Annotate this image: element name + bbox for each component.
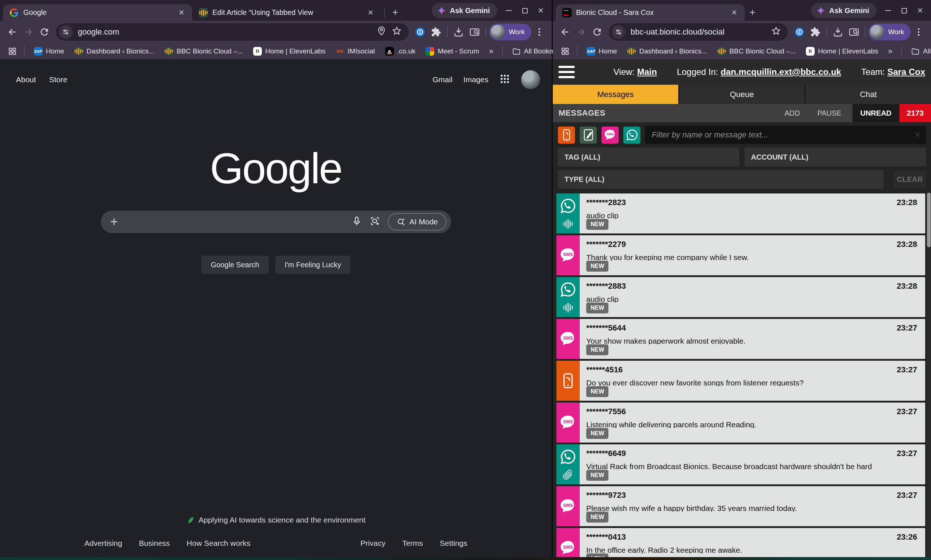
reading-mode-icon[interactable] [466,24,483,40]
unread-filter-button[interactable]: UNREAD [853,104,900,122]
tagline[interactable]: Applying AI towards science and the envi… [0,515,552,525]
hamburger-menu-icon[interactable] [559,66,575,78]
download-icon[interactable] [451,24,466,40]
bookmark-item[interactable]: IIHome | ElevenLabs [802,45,882,58]
maximize-icon[interactable] [896,3,912,18]
bookmark-item[interactable]: BBC Bionic Cloud –... [714,45,800,58]
mic-icon[interactable] [351,215,362,228]
bookmark-item[interactable]: Dashboard ‹ Bionics... [623,45,711,58]
feeling-lucky-button[interactable]: I'm Feeling Lucky [275,255,351,274]
message-row[interactable]: SMS*******972323:27Please wish my wife a… [556,486,925,526]
scrollbar[interactable] [926,192,931,557]
nav-store-link[interactable]: Store [49,75,67,84]
account-dropdown[interactable]: ACCOUNT (ALL) [745,148,926,166]
address-bar[interactable]: google.com [56,23,408,41]
compose-channel-filter-button[interactable] [580,126,597,144]
tab-groups-grid-icon[interactable] [6,45,19,58]
refresh-icon[interactable] [36,24,52,40]
search-bar[interactable]: + AI Mode [101,211,451,233]
bookmark-item[interactable]: imiIMIsocial [332,45,379,58]
add-button[interactable]: ADD [776,109,808,117]
phone-channel-filter-button[interactable] [558,126,575,144]
refresh-icon[interactable] [589,24,605,40]
profile-button[interactable]: Work [868,24,911,40]
account-avatar[interactable] [521,70,540,89]
bookmark-item[interactable]: SAPHome [583,45,621,58]
all-bookmarks-button[interactable]: All Bookmarks [907,45,931,58]
lens-icon[interactable] [369,215,380,228]
tag-dropdown[interactable]: TAG (ALL) [558,148,739,166]
message-row[interactable]: *******664923:27Virtual Rack from Broadc… [556,445,925,485]
extensions-puzzle-icon[interactable] [807,24,823,40]
onepassword-icon[interactable] [791,24,807,40]
whatsapp-channel-filter-button[interactable] [623,126,640,144]
team-selector[interactable]: Team: Sara Cox [861,67,925,77]
type-dropdown[interactable]: TYPE (ALL) [558,170,884,189]
apps-grid-icon[interactable] [499,74,510,86]
bookmark-star-icon[interactable] [392,26,402,38]
clear-filters-button[interactable]: CLEAR [894,171,926,188]
back-icon[interactable] [5,24,20,40]
message-filter-input[interactable] [645,126,926,144]
close-tab-icon[interactable]: ✕ [365,7,376,18]
message-row[interactable]: SMS*******755623:27Listening while deliv… [556,403,925,443]
bookmark-star-icon[interactable] [771,26,781,38]
ai-mode-button[interactable]: AI Mode [388,213,446,231]
clear-filter-icon[interactable]: ✕ [914,130,921,140]
tab-groups-grid-icon[interactable] [559,45,572,58]
logged-in-user[interactable]: Logged In: dan.mcquillin.ext@bbc.co.uk [677,67,841,77]
url-text[interactable]: google.com [78,27,371,37]
extensions-puzzle-icon[interactable] [428,24,444,40]
footer-link[interactable]: Terms [402,539,423,548]
google-search-button[interactable]: Google Search [201,255,268,274]
address-bar[interactable]: bbc-uat.bionic.cloud/social [609,23,788,41]
footer-link[interactable]: Privacy [360,539,385,548]
ask-gemini-button[interactable]: Ask Gemini [811,3,876,18]
message-row[interactable]: SMS*******564423:27Your show makes paper… [556,319,925,359]
bookmark-item[interactable]: BBC Bionic Cloud –... [161,45,247,58]
search-input[interactable] [125,211,344,233]
forward-icon[interactable] [573,24,589,40]
back-icon[interactable] [557,24,573,40]
nav-about-link[interactable]: About [16,75,36,84]
new-tab-button[interactable]: + [388,5,403,20]
bookmark-item[interactable]: Meet - Scrum [422,45,483,58]
tab-bionic-cloud[interactable]: Bionic Cloud - Sara Cox ✕ [556,5,745,21]
kebab-menu-icon[interactable] [911,24,926,40]
download-icon[interactable] [830,24,846,40]
bookmark-item[interactable]: Dashboard ‹ Bionics... [71,45,159,58]
footer-link[interactable]: Advertising [85,539,122,548]
app-tab-queue[interactable]: Queue [679,85,805,104]
close-tab-icon[interactable]: ✕ [729,7,740,18]
nav-images-link[interactable]: Images [463,75,488,84]
onepassword-icon[interactable] [412,24,428,40]
scrollbar-thumb[interactable] [927,193,931,247]
close-icon[interactable]: ✕ [533,3,549,18]
message-row[interactable]: *******288323:28audio clipNEW [556,277,925,317]
new-tab-button[interactable]: + [745,5,760,20]
bookmark-item[interactable]: a.co.uk [381,45,420,58]
view-selector[interactable]: View: Main [614,67,657,77]
site-settings-icon[interactable] [59,25,73,39]
reading-mode-icon[interactable] [846,24,862,40]
close-tab-icon[interactable]: ✕ [176,7,187,18]
message-row[interactable]: ******451623:27Do you ever discover new … [556,361,925,401]
bookmark-item[interactable]: SAPHome [30,45,68,58]
tab-edit-article[interactable]: Edit Article “Using Tabbed View ✕ [192,5,381,21]
forward-icon[interactable] [20,24,36,40]
ask-gemini-button[interactable]: Ask Gemini [432,3,497,18]
pause-button[interactable]: PAUSE [808,109,850,117]
bookmarks-overflow-chevron[interactable]: » [486,46,497,56]
app-tab-chat[interactable]: Chat [806,85,931,104]
close-icon[interactable]: ✕ [912,3,928,18]
maximize-icon[interactable] [517,3,533,18]
kebab-menu-icon[interactable] [531,24,547,40]
footer-link[interactable]: Settings [440,539,467,548]
nav-gmail-link[interactable]: Gmail [432,75,452,84]
site-settings-icon[interactable] [612,25,626,39]
footer-link[interactable]: How Search works [186,539,250,548]
message-row[interactable]: SMS*******041323:26In the office early. … [556,528,925,557]
message-row[interactable]: *******282323:28audio clipNEW [556,194,925,234]
app-tab-messages[interactable]: Messages [553,85,678,104]
minimize-icon[interactable] [501,3,517,18]
